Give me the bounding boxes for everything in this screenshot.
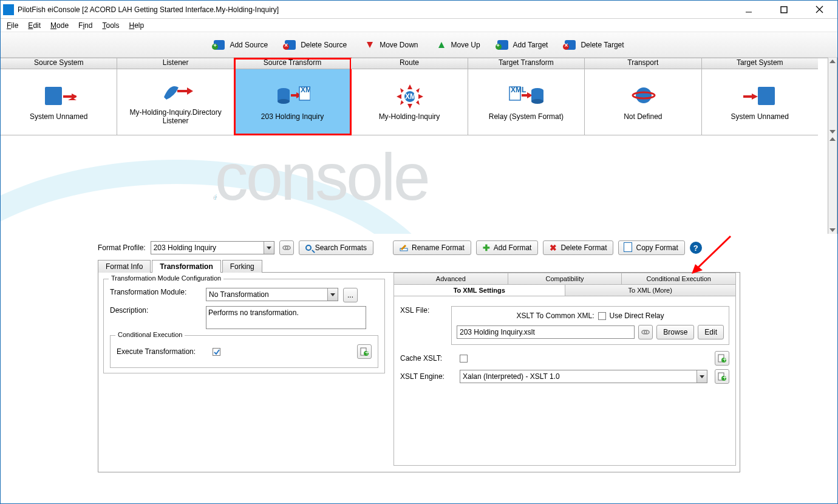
xslt-engine-value[interactable]	[460, 370, 697, 383]
transformation-module-value[interactable]	[206, 288, 327, 301]
stage-target-system[interactable]: Target System System Unnamed	[702, 58, 818, 135]
minimize-icon	[745, 6, 752, 13]
add-source-icon	[214, 39, 226, 51]
to-xml-settings-panel: XSL File: XSLT To Common XML: Use Direct…	[393, 296, 736, 466]
stage-listener[interactable]: Listener My-Holding-Inquiry.Directory Li…	[117, 58, 234, 135]
stage-route[interactable]: Route XMLMy-Holding-Inquiry	[351, 58, 468, 135]
stage-label: My-Holding-Inquiry	[379, 112, 440, 121]
svg-text:+: +	[723, 355, 726, 363]
watermark-area: eiconsole	[1, 135, 837, 234]
maximize-button[interactable]	[772, 3, 796, 16]
subtab-to-xml-more[interactable]: To XML (More)	[565, 285, 736, 296]
transformation-module-label: Transformation Module:	[110, 288, 201, 296]
chevron-down-icon[interactable]	[327, 288, 338, 301]
menu-file[interactable]: File	[7, 21, 18, 30]
subtab-conditional[interactable]: Conditional Execution	[622, 273, 735, 284]
transform-to-xml-icon: XML	[275, 83, 310, 109]
search-formats-button[interactable]: Search Formats	[299, 240, 373, 255]
format-profile-value[interactable]	[151, 242, 264, 254]
chevron-down-icon[interactable]	[697, 370, 707, 383]
xsl-browse-button[interactable]: Browse	[656, 325, 694, 339]
module-browse-button[interactable]: ...	[343, 288, 358, 302]
use-direct-relay-checkbox[interactable]	[598, 312, 606, 320]
cache-xslt-checkbox[interactable]	[460, 355, 468, 363]
stage-label: Relay (System Format)	[489, 112, 564, 121]
move-up-icon	[435, 39, 448, 51]
right-subtabs-row1: Advanced Compatibility Conditional Execu…	[393, 273, 736, 284]
stage-label: System Unnamed	[30, 112, 87, 121]
cache-config-button[interactable]: +	[715, 351, 729, 366]
svg-point-30	[636, 87, 652, 103]
menu-tools[interactable]: Tools	[102, 21, 119, 30]
move-down-icon	[364, 39, 376, 51]
transformation-right-panel: Advanced Compatibility Conditional Execu…	[390, 273, 740, 472]
xsl-file-input[interactable]: 203 Holding Inquiry.xslt	[457, 325, 635, 339]
subtab-compatibility[interactable]: Compatibility	[508, 273, 622, 284]
right-subtabs-row2: To XML Settings To XML (More)	[393, 284, 736, 296]
tab-format-info[interactable]: Format Info	[98, 260, 151, 273]
main-toolbar: Add Source Delete Source Move Down Move …	[1, 32, 837, 58]
tab-forking[interactable]: Forking	[222, 260, 262, 273]
stage-header: Listener	[117, 58, 233, 69]
minimize-button[interactable]	[737, 3, 761, 16]
fieldset-legend: Transformation Module Configuration	[109, 274, 223, 282]
add-format-button[interactable]: ✚Add Format	[476, 240, 539, 255]
format-profile-select[interactable]	[151, 241, 274, 254]
svg-text:XML: XML	[405, 92, 420, 101]
menu-help[interactable]: Help	[129, 21, 144, 30]
stage-source-transform[interactable]: Source Transform XML203 Holding Inquiry	[234, 58, 351, 135]
add-target-button[interactable]: Add Target	[497, 39, 548, 51]
svg-rect-33	[758, 87, 775, 105]
move-down-button[interactable]: Move Down	[364, 39, 418, 51]
transformation-panel: Transformation Module Configuration Tran…	[98, 272, 740, 472]
stage-source-system[interactable]: Source System System Unnamed	[1, 58, 117, 135]
execute-transformation-checkbox[interactable]	[213, 348, 220, 356]
stage-header: Source Transform	[234, 58, 350, 69]
transformation-module-select[interactable]	[206, 288, 338, 301]
svg-marker-17	[407, 104, 412, 109]
stage-target-transform[interactable]: Target Transform XMLRelay (System Format…	[468, 58, 585, 135]
delete-target-icon	[565, 39, 577, 51]
add-target-icon	[497, 39, 509, 51]
xsl-link-button[interactable]	[638, 325, 653, 339]
maximize-icon	[780, 6, 788, 13]
xsl-edit-button[interactable]: Edit	[698, 325, 724, 339]
stage-header: Target System	[702, 58, 818, 69]
copy-format-button[interactable]: Copy Format	[618, 240, 684, 255]
link-button[interactable]	[279, 240, 294, 255]
format-profile-label: Format Profile:	[98, 243, 146, 252]
menu-edit[interactable]: Edit	[28, 21, 41, 30]
add-source-button[interactable]: Add Source	[214, 39, 268, 51]
menu-find[interactable]: Find	[78, 21, 92, 30]
conditional-config-button[interactable]: +	[357, 344, 372, 359]
xslt-common-label: XSLT To Common XML:	[516, 312, 594, 320]
menu-mode[interactable]: Mode	[50, 21, 69, 30]
xslt-engine-select[interactable]	[460, 370, 707, 383]
svg-marker-16	[407, 84, 412, 89]
search-icon	[305, 245, 312, 251]
chevron-down-icon[interactable]	[264, 242, 274, 254]
tab-transformation[interactable]: Transformation	[152, 260, 220, 273]
engine-config-button[interactable]: +	[715, 369, 729, 384]
stage-label: My-Holding-Inquiry.Directory Listener	[117, 108, 233, 125]
delete-format-button[interactable]: ✖Delete Format	[543, 240, 613, 255]
stage-label: 203 Holding Inquiry	[261, 112, 324, 121]
rename-format-button[interactable]: Rename Format	[393, 240, 471, 255]
watermark-scrollbar[interactable]	[828, 135, 837, 234]
subtab-to-xml[interactable]: To XML Settings	[394, 285, 565, 296]
move-up-button[interactable]: Move Up	[435, 39, 480, 51]
delete-source-button[interactable]: Delete Source	[285, 39, 347, 51]
stage-header: Source System	[1, 58, 117, 69]
stage-transport[interactable]: Transport Not Defined	[585, 58, 701, 135]
delete-target-button[interactable]: Delete Target	[565, 39, 624, 51]
subtab-advanced[interactable]: Advanced	[394, 273, 508, 284]
description-textarea[interactable]: Performs no transformation.	[206, 306, 366, 329]
format-profile-bar: Format Profile: Search Formats Rename Fo…	[1, 239, 837, 257]
pipeline-stages: Source System System Unnamed Listener My…	[1, 58, 818, 135]
svg-marker-7	[187, 87, 193, 95]
close-button[interactable]	[807, 3, 831, 16]
help-button[interactable]: ?	[690, 242, 702, 254]
move-down-label: Move Down	[380, 41, 418, 49]
transform-from-xml-icon: XML	[508, 83, 543, 109]
pipeline-scrollbar[interactable]	[828, 58, 837, 135]
